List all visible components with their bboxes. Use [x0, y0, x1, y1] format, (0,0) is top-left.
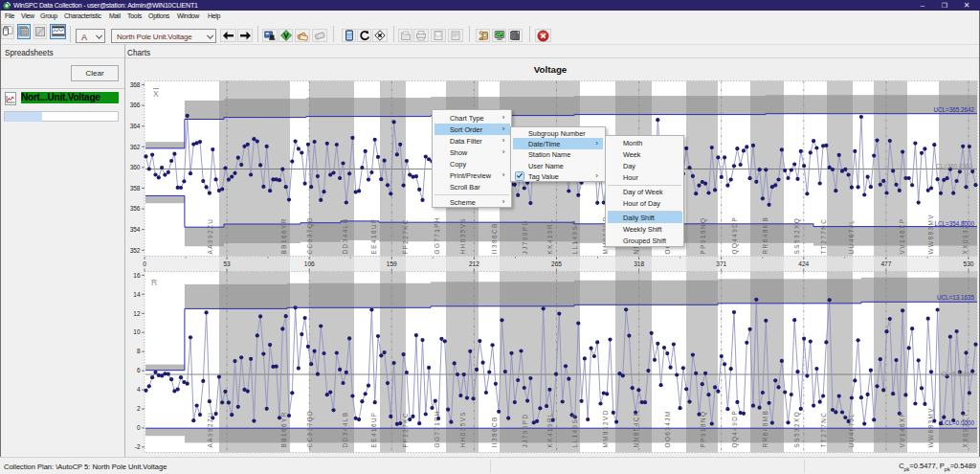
svg-text:8: 8 — [137, 348, 141, 354]
svg-text:UU467JL: UU467JL — [848, 413, 855, 448]
svg-text:318: 318 — [634, 260, 644, 267]
svg-text:LCL=0.0000: LCL=0.0000 — [942, 419, 975, 426]
svg-text:530: 530 — [964, 260, 974, 267]
svg-text:-2: -2 — [135, 443, 141, 450]
svg-text:TT277NC: TT277NC — [820, 218, 827, 255]
svg-text:LCL=354.8000: LCL=354.8000 — [935, 220, 975, 227]
svg-text:DD344LB: DD344LB — [342, 412, 348, 448]
svg-text:53: 53 — [223, 260, 231, 267]
svg-text:JJ790PD: JJ790PD — [522, 413, 528, 447]
svg-text:360: 360 — [130, 164, 141, 170]
svg-text:X: X — [153, 89, 159, 99]
svg-text:TT277NC: TT277NC — [820, 412, 827, 448]
svg-text:EE416UF: EE416UF — [370, 412, 377, 448]
svg-text:II386CB: II386CB — [491, 416, 498, 447]
svg-text:12: 12 — [133, 310, 141, 317]
svg-text:SS532XQ: SS532XQ — [793, 411, 801, 448]
svg-text:EE416UF: EE416UF — [370, 218, 377, 255]
svg-text:II386CB: II386CB — [491, 222, 498, 254]
svg-text:VV146XP: VV146XP — [899, 218, 905, 255]
svg-text:356: 356 — [130, 205, 141, 212]
svg-text:UCL=365.2642: UCL=365.2642 — [933, 106, 974, 113]
svg-text:AA992ZU: AA992ZU — [207, 218, 213, 255]
svg-text:GG771PH: GG771PH — [434, 410, 440, 448]
svg-text:CL=5.1159: CL=5.1159 — [941, 371, 970, 377]
svg-text:10: 10 — [133, 328, 141, 335]
svg-text:362: 362 — [130, 144, 141, 150]
svg-text:NN854CK: NN854CK — [633, 411, 639, 448]
svg-text:6: 6 — [137, 367, 141, 373]
svg-text:CC937QD: CC937QD — [306, 216, 314, 255]
svg-text:PP918NQ: PP918NQ — [700, 217, 707, 255]
svg-text:UCL=13.1635: UCL=13.1635 — [937, 294, 975, 301]
svg-text:352: 352 — [130, 247, 141, 254]
svg-text:LL149SP: LL149SP — [571, 219, 578, 254]
svg-text:SS532XQ: SS532XQ — [793, 217, 801, 255]
svg-text:KK419RL: KK419RL — [546, 218, 553, 255]
svg-text:358: 358 — [130, 185, 141, 192]
svg-text:VV146XP: VV146XP — [899, 412, 905, 448]
svg-text:371: 371 — [716, 260, 726, 267]
svg-text:WW883MV: WW883MV — [927, 214, 934, 254]
svg-text:HH035VS: HH035VS — [459, 411, 466, 448]
svg-text:CL=360.0302: CL=360.0302 — [936, 163, 972, 169]
svg-text:FF227KC: FF227KC — [402, 412, 409, 448]
svg-text:159: 159 — [387, 260, 397, 267]
svg-text:368: 368 — [130, 81, 141, 88]
svg-text:0: 0 — [143, 260, 146, 267]
svg-text:GG771PH: GG771PH — [434, 216, 440, 255]
svg-text:QQ449DP: QQ449DP — [731, 216, 739, 255]
svg-text:QQ449DP: QQ449DP — [731, 410, 739, 448]
svg-text:AA992ZU: AA992ZU — [207, 412, 213, 448]
svg-text:UU467JL: UU467JL — [848, 219, 855, 255]
svg-text:212: 212 — [469, 260, 479, 267]
svg-text:R: R — [151, 278, 157, 287]
svg-text:LL149SP: LL149SP — [571, 413, 578, 447]
svg-text:RR648MB: RR648MB — [762, 216, 768, 255]
svg-text:BB166YR: BB166YR — [280, 411, 287, 447]
svg-text:RR648MB: RR648MB — [762, 410, 768, 448]
svg-text:HH035VS: HH035VS — [459, 217, 466, 255]
svg-text:FF227KC: FF227KC — [402, 218, 409, 255]
svg-text:2: 2 — [137, 405, 141, 412]
svg-text:0: 0 — [137, 424, 141, 431]
svg-text:BB166YR: BB166YR — [280, 217, 287, 254]
svg-text:106: 106 — [304, 260, 315, 267]
svg-text:265: 265 — [551, 260, 562, 267]
svg-text:CC937QD: CC937QD — [306, 410, 314, 448]
svg-text:354: 354 — [130, 226, 141, 233]
svg-text:DD344LB: DD344LB — [342, 218, 348, 255]
svg-text:MM812VD: MM812VD — [602, 409, 609, 447]
svg-text:16: 16 — [133, 272, 141, 279]
svg-text:WW883MV: WW883MV — [927, 407, 934, 447]
svg-text:PP918NQ: PP918NQ — [700, 411, 707, 448]
svg-text:14: 14 — [133, 291, 141, 298]
svg-text:4: 4 — [137, 386, 141, 393]
svg-text:KK419RL: KK419RL — [546, 412, 553, 448]
svg-text:477: 477 — [880, 260, 891, 267]
svg-text:364: 364 — [130, 123, 141, 129]
svg-text:JJ790PD: JJ790PD — [522, 219, 528, 254]
svg-text:XX093ZT: XX093ZT — [962, 412, 969, 447]
svg-text:OO634JM: OO634JM — [664, 410, 671, 447]
svg-text:366: 366 — [130, 102, 141, 108]
svg-text:424: 424 — [798, 260, 809, 267]
